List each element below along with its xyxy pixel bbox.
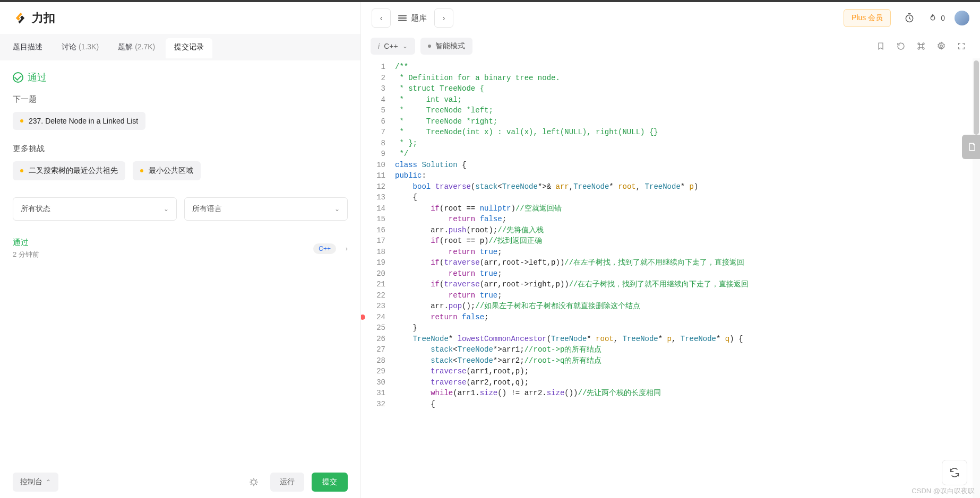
chevron-down-icon: ⌄: [402, 42, 408, 50]
filter-lang-select[interactable]: 所有语言⌄: [184, 197, 348, 221]
sync-button[interactable]: [942, 460, 967, 485]
status-label: 通过: [28, 71, 47, 84]
settings-icon[interactable]: [932, 37, 950, 55]
check-icon: [13, 72, 23, 83]
chevron-up-icon: ⌃: [46, 478, 51, 486]
avatar[interactable]: [955, 11, 969, 25]
reset-icon[interactable]: [892, 37, 910, 55]
submit-button[interactable]: 提交: [312, 473, 348, 492]
bookmark-icon[interactable]: [872, 37, 890, 55]
next-problem-button[interactable]: ›: [434, 8, 453, 28]
prev-problem-button[interactable]: ‹: [372, 8, 391, 28]
chevron-right-icon: ›: [346, 245, 348, 252]
difficulty-dot-icon: [20, 119, 23, 123]
tab-description[interactable]: 题目描述: [4, 38, 51, 56]
scrollbar[interactable]: [973, 58, 980, 498]
language-select[interactable]: i C++⌄: [371, 38, 415, 55]
next-title: 下一题: [13, 94, 348, 104]
logo-text: 力扣: [32, 10, 55, 26]
console-button[interactable]: 控制台⌃: [13, 473, 58, 492]
submission-row[interactable]: 通过 2 分钟前 C++ ›: [13, 232, 348, 265]
submission-lang-badge: C++: [313, 243, 336, 254]
leetcode-logo-icon: [13, 11, 28, 25]
left-header: 力扣: [0, 2, 360, 34]
timer-icon[interactable]: [900, 9, 918, 27]
filter-status-select[interactable]: 所有状态⌄: [13, 197, 177, 221]
streak-indicator[interactable]: 0: [928, 13, 945, 23]
more-title: 更多挑战: [13, 144, 348, 154]
more-item-1[interactable]: 最小公共区域: [133, 161, 201, 180]
watermark: CSDN @叹白叹夜叹: [912, 486, 975, 496]
submission-status: 通过: [13, 238, 39, 248]
debug-icon[interactable]: [245, 473, 263, 491]
list-icon: [398, 14, 407, 22]
svg-point-2: [940, 45, 943, 48]
tab-discuss[interactable]: 讨论(1.3K): [53, 38, 107, 56]
notes-tab[interactable]: [962, 135, 980, 159]
flame-icon: [928, 13, 938, 23]
left-tabs: 题目描述 讨论(1.3K) 题解(2.7K) 提交记录: [0, 34, 360, 60]
tab-submissions[interactable]: 提交记录: [166, 38, 212, 58]
svg-point-0: [252, 480, 256, 484]
more-item-0[interactable]: 二叉搜索树的最近公共祖先: [13, 161, 125, 180]
next-problem-link[interactable]: 237. Delete Node in a Linked List: [13, 112, 145, 130]
plus-membership-button[interactable]: Plus 会员: [844, 9, 891, 27]
status-row: 通过: [13, 71, 348, 84]
logo[interactable]: 力扣: [13, 10, 55, 26]
tab-solution[interactable]: 题解(2.7K): [109, 38, 164, 56]
difficulty-dot-icon: [140, 169, 143, 172]
fullscreen-icon[interactable]: [952, 37, 970, 55]
difficulty-dot-icon: [20, 169, 23, 172]
code-editor[interactable]: 1234567891011121314151617181920212223242…: [361, 58, 980, 498]
mode-select[interactable]: 智能模式: [420, 38, 472, 55]
submission-time: 2 分钟前: [13, 250, 39, 259]
library-link[interactable]: 题库: [398, 13, 427, 23]
chevron-down-icon: ⌄: [164, 205, 169, 213]
mode-dot-icon: [428, 45, 431, 48]
chevron-down-icon: ⌄: [334, 205, 340, 213]
info-icon: i: [378, 42, 380, 50]
keyboard-shortcut-icon[interactable]: [912, 37, 930, 55]
run-button[interactable]: 运行: [270, 473, 304, 492]
